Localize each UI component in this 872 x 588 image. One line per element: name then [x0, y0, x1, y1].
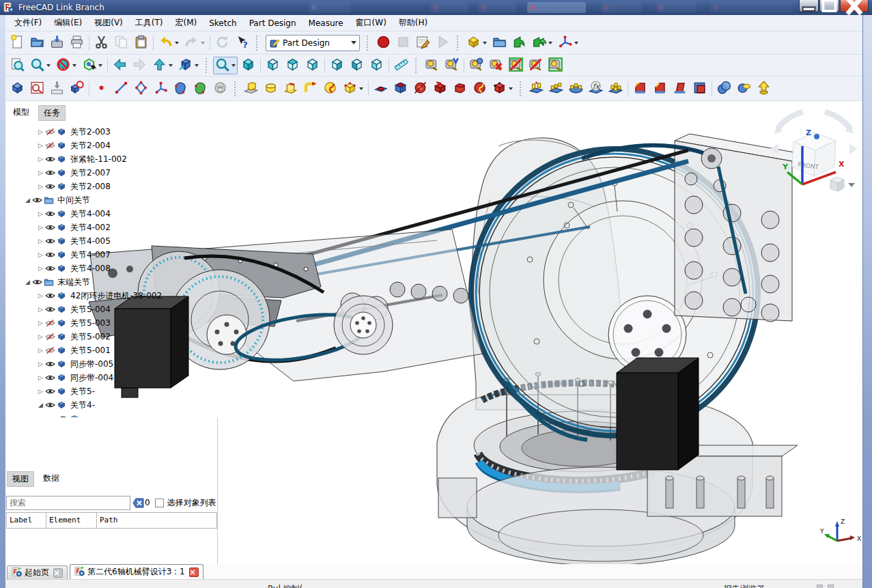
visibility-eye-icon[interactable]: [45, 305, 57, 314]
tree-item-中间关节[interactable]: ◢中间关节: [5, 193, 217, 207]
menu-Measure[interactable]: Measure: [303, 16, 350, 30]
view-axonometric-button[interactable]: [176, 57, 201, 74]
menu-帮助H[interactable]: 帮助(H): [393, 15, 434, 31]
undo-button[interactable]: [156, 34, 181, 52]
view-front-button[interactable]: [264, 57, 282, 74]
menu-宏M[interactable]: 宏(M): [169, 15, 203, 31]
sub-shape-binder-button[interactable]: [191, 80, 210, 98]
stepper-motor-base[interactable]: [617, 358, 699, 470]
visibility-eye-icon[interactable]: [58, 415, 70, 418]
measure-toggle-dimension-button[interactable]: [526, 57, 545, 74]
macro-stop-button[interactable]: [394, 34, 412, 52]
menu-编辑E[interactable]: 编辑(E): [48, 15, 88, 31]
tree-expander[interactable]: ◢: [23, 197, 32, 204]
print-button[interactable]: [68, 34, 86, 52]
visibility-eye-icon[interactable]: [45, 292, 57, 300]
tree-item-关节4-004[interactable]: ▷关节4-004: [5, 207, 217, 221]
visibility-off-icon[interactable]: [45, 319, 57, 328]
create-body-button[interactable]: [8, 80, 27, 98]
tree-expander[interactable]: ▷: [36, 320, 45, 326]
tree-item-张紧轮-11-002[interactable]: ▷张紧轮-11-002: [5, 152, 217, 166]
visibility-off-icon[interactable]: [45, 346, 57, 355]
fit-all-button[interactable]: [8, 57, 27, 74]
view-isometric-button[interactable]: [239, 57, 257, 74]
map-sketch-button[interactable]: [48, 80, 66, 98]
visibility-eye-icon[interactable]: [45, 155, 57, 164]
additive-pipe-button[interactable]: [301, 80, 320, 98]
visibility-eye-icon[interactable]: [45, 237, 57, 246]
tree-expander[interactable]: ▷: [36, 210, 45, 217]
new-document-button[interactable]: [8, 34, 27, 52]
redo-button[interactable]: [182, 34, 207, 52]
view-right-button[interactable]: [303, 57, 322, 74]
measure-toggle-delta-button[interactable]: [546, 57, 565, 74]
measure-angle-button[interactable]: [442, 57, 461, 74]
additive-loft-button[interactable]: [281, 80, 300, 98]
tree-expander[interactable]: ▷: [36, 251, 45, 258]
thickness-button[interactable]: [690, 80, 709, 98]
selection-list-checkbox[interactable]: [155, 499, 164, 507]
menu-工具T[interactable]: 工具(T): [129, 15, 169, 31]
menu-Sketch[interactable]: Sketch: [203, 16, 242, 30]
navigate-forward-button[interactable]: [130, 57, 149, 74]
tree-item-同步带-004[interactable]: ▷同步带-004: [5, 371, 217, 384]
multi-transform-button[interactable]: [606, 80, 625, 98]
tree-expander[interactable]: ▷: [36, 388, 45, 395]
workbench-selector[interactable]: Part Design: [266, 35, 360, 51]
macro-play-button[interactable]: [434, 34, 452, 52]
measure-ruler-button[interactable]: [392, 57, 410, 74]
clipping-plane-button[interactable]: [54, 57, 79, 74]
tree-item-关节4-008[interactable]: ▷关节4-008: [5, 262, 217, 275]
tab-数据[interactable]: 数据: [38, 471, 64, 487]
make-link-group-button[interactable]: [530, 34, 554, 52]
visibility-eye-icon[interactable]: [32, 278, 44, 287]
view-bottom-button[interactable]: [348, 57, 366, 74]
document-tab-起始页[interactable]: 起始页: [7, 565, 68, 579]
tree-item-关节2-003[interactable]: ▷关节2-003: [5, 125, 217, 139]
tree-expander[interactable]: ▷: [36, 306, 45, 313]
sketch-conic-button[interactable]: [132, 80, 150, 98]
close-button[interactable]: [840, 0, 869, 12]
fit-selection-button[interactable]: [28, 57, 53, 74]
column-header-path[interactable]: Path: [97, 513, 216, 528]
tree-item-同步带-005[interactable]: ▷同步带-005: [5, 357, 217, 371]
subtractive-pipe-button[interactable]: [431, 80, 449, 98]
additive-helix-button[interactable]: [321, 80, 339, 98]
make-link-button[interactable]: [510, 34, 529, 52]
navigate-back-button[interactable]: [111, 57, 129, 74]
tree-expander[interactable]: ▷: [36, 238, 45, 244]
view-left-button[interactable]: [367, 57, 386, 74]
tree-item-42闭环步进电机-38-002[interactable]: ▷42闭环步进电机-38-002: [5, 289, 217, 303]
visibility-off-icon[interactable]: [45, 141, 57, 150]
tree-expander[interactable]: ▷: [36, 142, 45, 149]
visibility-eye-icon[interactable]: [45, 401, 57, 410]
menu-窗口W[interactable]: 窗口(W): [350, 15, 393, 31]
tree-expander[interactable]: ▷: [36, 169, 45, 176]
measure-refresh-button[interactable]: [467, 57, 486, 74]
refresh-button[interactable]: [213, 34, 231, 52]
tree-item-关节2-008[interactable]: ▷关节2-008: [5, 180, 217, 193]
edit-sketch-button[interactable]: [68, 80, 86, 98]
tree-item-末端关节[interactable]: ◢末端关节: [5, 275, 217, 289]
whats-this-button[interactable]: ?: [233, 34, 251, 52]
view-rear-button[interactable]: [328, 57, 346, 74]
additive-primitive-button[interactable]: [341, 80, 365, 98]
shape-binder-button[interactable]: [171, 80, 190, 98]
sketch-line-button[interactable]: [112, 80, 130, 98]
visibility-eye-icon[interactable]: [32, 196, 44, 205]
groove-button[interactable]: [411, 80, 430, 98]
create-datum-button[interactable]: [556, 34, 580, 52]
boolean-compare-button[interactable]: [735, 80, 753, 98]
tree-item-关节2-007[interactable]: ▷关节2-007: [5, 166, 217, 180]
tab-任务[interactable]: 任务: [38, 105, 66, 121]
clone-button[interactable]: [211, 80, 229, 98]
tab-视图[interactable]: 视图: [7, 471, 34, 487]
save-document-button[interactable]: [48, 34, 66, 52]
visibility-eye-icon[interactable]: [45, 182, 57, 191]
visibility-eye-icon[interactable]: [45, 360, 57, 369]
tree-item-关节4-005[interactable]: ▷关节4-005: [5, 234, 217, 248]
tree-item[interactable]: [5, 412, 217, 417]
tree-item-关节4-[interactable]: ◢关节4-: [5, 398, 217, 412]
draft-button[interactable]: [671, 80, 689, 98]
tree-expander[interactable]: ▷: [36, 347, 45, 354]
